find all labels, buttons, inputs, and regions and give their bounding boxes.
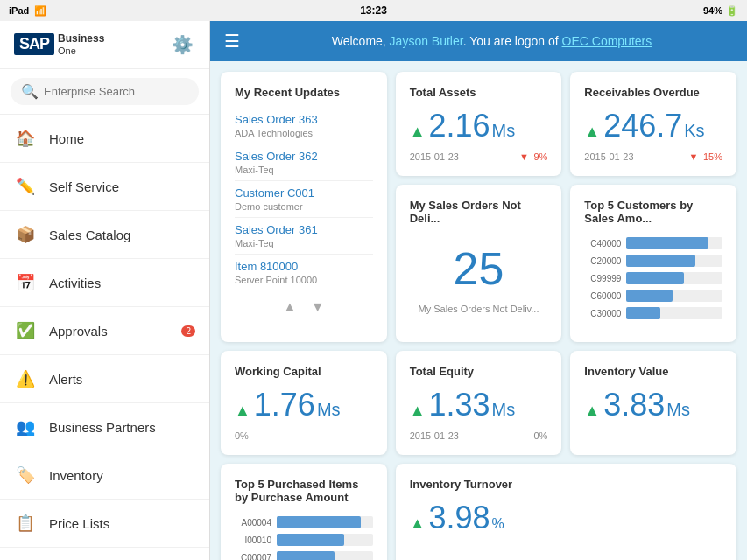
- equity-date: 2015-01-23: [410, 430, 459, 441]
- sidebar-item-activities[interactable]: 📅 Activities: [0, 259, 209, 307]
- hamburger-icon[interactable]: ☰: [224, 31, 240, 52]
- receivables-suffix: Ks: [684, 121, 704, 141]
- settings-button[interactable]: ⚙️: [169, 32, 195, 58]
- sidebar-item-self-service[interactable]: ✏️ Self Service: [0, 163, 209, 211]
- equity-number: 1.33: [428, 387, 490, 424]
- bar-fill: [626, 237, 708, 249]
- sidebar-item-business-partners[interactable]: 👥 Business Partners: [0, 403, 209, 452]
- receivables-footer: 2015-01-23 ▼ -15%: [584, 151, 722, 162]
- inv-turnover-title: Inventory Turnover: [410, 478, 722, 491]
- update-item: Sales Order 363 ADA Technologies: [235, 108, 373, 144]
- equity-footer: 2015-01-23 0%: [410, 430, 548, 441]
- update-link[interactable]: Sales Order 362: [235, 150, 373, 163]
- bar-fill: [626, 272, 684, 284]
- bar-track: [626, 255, 722, 267]
- card-sales-orders-not-delivered: My Sales Orders Not Deli... 25 My Sales …: [396, 185, 562, 342]
- top5-customers-title: Top 5 Customers by Sales Amo...: [584, 199, 722, 225]
- battery-icon: 🔋: [726, 5, 738, 17]
- bar-track: [277, 551, 373, 560]
- nav-icon-price-lists: 📋: [14, 512, 37, 535]
- inv-arrow: ▲: [584, 402, 600, 420]
- card-receivables-overdue: Receivables Overdue ▲ 246.7Ks 2015-01-23…: [570, 72, 736, 176]
- top5-purchased-title: Top 5 Purchased Items by Purchase Amount: [235, 478, 373, 504]
- sidebar-item-price-lists[interactable]: 📋 Price Lists: [0, 500, 209, 548]
- inventory-value-title: Inventory Value: [584, 365, 722, 378]
- down-arrow: ▼: [519, 151, 529, 162]
- nav-icon-business-partners: 👥: [14, 416, 37, 438]
- bar-track: [277, 534, 373, 546]
- nav-label-activities: Activities: [49, 276, 101, 290]
- card-inventory-turnover: Inventory Turnover ▲ 3.98%: [396, 464, 736, 560]
- nav-label-inventory: Inventory: [49, 468, 103, 483]
- sidebar: SAP Business One ⚙️ 🔍 🏠 Home ✏️ Self Ser…: [0, 21, 210, 560]
- wc-number: 1.76: [254, 387, 315, 424]
- update-link[interactable]: Sales Order 363: [235, 113, 373, 126]
- sap-business-one: Business One: [58, 32, 104, 57]
- bar-label: C00007: [235, 553, 271, 561]
- bar-track: [277, 516, 373, 528]
- update-link[interactable]: Item 810000: [235, 260, 373, 273]
- total-assets-number: 2.16: [428, 108, 490, 144]
- nav-icon-sales-catalog: 📦: [14, 223, 37, 246]
- card-total-equity: Total Equity ▲ 1.33Ms 2015-01-23 0%: [396, 351, 562, 455]
- status-bar: iPad 📶 13:23 94% 🔋: [0, 0, 747, 21]
- dashboard: My Recent Updates Sales Order 363 ADA Te…: [210, 61, 747, 560]
- nav-label-self-service: Self Service: [49, 179, 119, 194]
- bar-fill: [277, 516, 361, 528]
- sidebar-item-approvals[interactable]: ✅ Approvals 2: [0, 307, 209, 355]
- total-assets-value: ▲ 2.16Ms: [410, 108, 548, 144]
- total-assets-title: Total Assets: [410, 86, 548, 99]
- sales-orders-count: 25: [410, 234, 548, 304]
- top5-customers-chart: C40000 C20000 C99999 C60000: [584, 234, 722, 328]
- card-working-capital: Working Capital ▲ 1.76Ms 0%: [221, 351, 387, 455]
- search-input[interactable]: [44, 85, 188, 98]
- nav-label-business-partners: Business Partners: [49, 420, 156, 435]
- recent-items-list: Sales Order 363 ADA Technologies Sales O…: [235, 108, 373, 290]
- nav-label-sales-catalog: Sales Catalog: [49, 228, 130, 242]
- update-link[interactable]: Customer C001: [235, 186, 373, 200]
- nav-label-alerts: Alerts: [49, 372, 82, 387]
- update-link[interactable]: Sales Order 361: [235, 223, 373, 236]
- total-assets-suffix: Ms: [492, 121, 516, 141]
- search-icon: 🔍: [21, 83, 39, 100]
- working-capital-title: Working Capital: [235, 365, 373, 378]
- sidebar-item-alerts[interactable]: ⚠️ Alerts: [0, 355, 209, 403]
- inv-suffix: Ms: [666, 400, 690, 420]
- logon-text: . You are logon of: [463, 34, 562, 48]
- bar-track: [626, 272, 722, 284]
- sidebar-item-home[interactable]: 🏠 Home: [0, 115, 209, 163]
- update-item: Sales Order 362 Maxi-Teq: [235, 144, 373, 181]
- sales-orders-label: My Sales Orders Not Deliv...: [410, 304, 548, 314]
- wc-footer-text: 0%: [235, 430, 249, 441]
- bar-track: [626, 290, 722, 302]
- sidebar-header: SAP Business One ⚙️: [0, 21, 209, 69]
- receivables-change: ▼ -15%: [688, 151, 722, 162]
- bar-track: [626, 307, 722, 319]
- status-right: 94% 🔋: [703, 5, 738, 17]
- nav-down-icon[interactable]: ▼: [311, 299, 325, 315]
- update-sub: Server Point 10000: [235, 275, 373, 285]
- bar-fill: [626, 307, 659, 319]
- sidebar-item-inventory[interactable]: 🏷️ Inventory: [0, 452, 209, 500]
- bar-fill: [277, 534, 344, 546]
- equity-footer-text: 0%: [533, 430, 547, 441]
- sidebar-item-sales-catalog[interactable]: 📦 Sales Catalog: [0, 211, 209, 259]
- company-name: OEC Computers: [562, 34, 652, 48]
- sidebar-item-sales-opportunities[interactable]: 📊 Sales Opportunities: [0, 548, 209, 560]
- sap-logo: SAP Business One: [14, 32, 104, 57]
- equity-suffix: Ms: [492, 400, 516, 420]
- inv-turnover-value: ▲ 3.98%: [410, 500, 722, 536]
- bar-row: C20000: [584, 255, 722, 267]
- nav-up-icon[interactable]: ▲: [283, 299, 297, 315]
- update-item: Sales Order 361 Maxi-Teq: [235, 218, 373, 255]
- card-top5-purchased: Top 5 Purchased Items by Purchase Amount…: [221, 464, 387, 560]
- recv-down-arrow: ▼: [688, 151, 698, 162]
- update-sub: Demo customer: [235, 201, 373, 212]
- search-input-wrap: 🔍: [11, 78, 199, 105]
- nav-icon-inventory: 🏷️: [14, 464, 37, 486]
- user-name: Jayson Butler: [390, 34, 463, 48]
- nav-icon-activities: 📅: [14, 271, 37, 294]
- inventory-value-value: ▲ 3.83Ms: [584, 387, 722, 424]
- bar-row: C60000: [584, 290, 722, 302]
- bar-row: C30000: [584, 307, 722, 319]
